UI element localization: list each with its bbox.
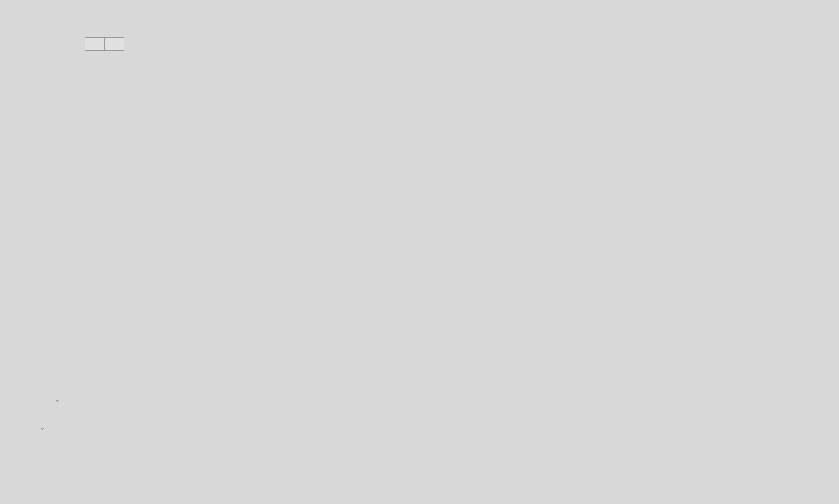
answer-section: ⌄ ⌄: [21, 359, 818, 435]
guided-sentence: ⌄: [21, 392, 818, 407]
header-y: [105, 38, 124, 51]
trend-dropdown[interactable]: ⌄: [21, 420, 64, 435]
association-dropdown[interactable]: ⌄: [25, 392, 89, 407]
header-x: [85, 38, 105, 51]
data-table: [85, 37, 124, 51]
content-row: [21, 26, 818, 327]
answer-header: [21, 359, 818, 371]
graph-area: [156, 26, 818, 327]
chevron-down-icon: ⌄: [54, 395, 60, 404]
chevron-down-icon: ⌄: [39, 423, 46, 432]
scatter-plot-canvas[interactable]: [156, 31, 484, 327]
guided-sentence-row2: ⌄: [21, 420, 818, 435]
